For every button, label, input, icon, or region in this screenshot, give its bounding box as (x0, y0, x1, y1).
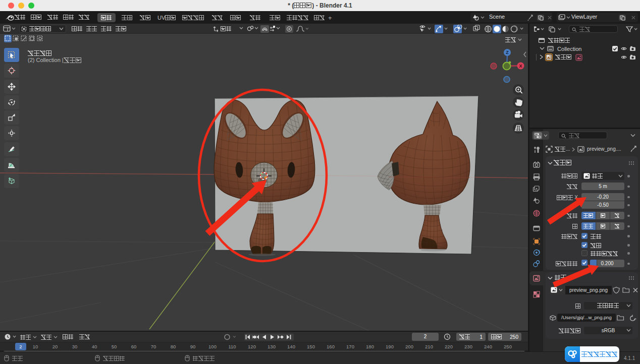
svg-text:X: X (519, 64, 522, 69)
svg-text:Z: Z (506, 50, 509, 55)
